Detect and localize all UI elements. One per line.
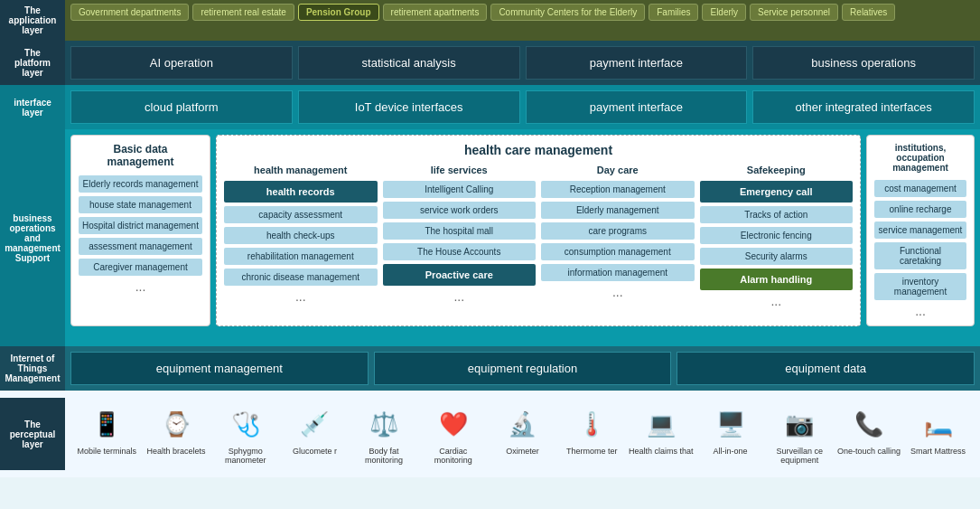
device-label: Thermome ter [566, 447, 618, 456]
app-tag[interactable]: Pension Group [298, 4, 379, 21]
business-layer-content: Basic data managementElderly records man… [65, 129, 980, 346]
health-section-title: Safekeeping [700, 165, 854, 175]
app-tag[interactable]: Families [649, 4, 698, 21]
interface-item[interactable]: cloud platform [70, 90, 293, 124]
platform-layer: The platform layer AI operationstatistic… [0, 41, 980, 85]
platform-items: AI operationstatistical analysispayment … [65, 41, 980, 85]
device-icon: 🌡️ [572, 401, 612, 447]
section-dots: ... [700, 294, 854, 308]
app-tag[interactable]: Community Centers for the Elderly [490, 4, 645, 21]
platform-item[interactable]: payment interface [526, 46, 748, 80]
health-section-item[interactable]: Elderly management [541, 202, 695, 219]
app-tag[interactable]: Service personnel [750, 4, 838, 21]
institution-item[interactable]: online recharge [874, 201, 966, 218]
application-layer-label: The application layer [0, 0, 65, 41]
perceptual-device: 🩺Sphygmo manometer [211, 401, 279, 467]
app-tag[interactable]: Relatives [842, 4, 895, 21]
perceptual-layer: The perceptual layer 📱Mobile terminals⌚H… [0, 391, 980, 477]
health-section-item[interactable]: Reception management [541, 181, 695, 198]
health-section-item[interactable]: Alarm handling [700, 269, 854, 290]
institution-item[interactable]: Functional caretaking [874, 242, 966, 269]
health-section-item[interactable]: Emergency call [700, 181, 854, 203]
health-section: SafekeepingEmergency callTracks of actio… [700, 165, 854, 308]
device-icon: 🔬 [502, 401, 543, 447]
basic-data-item[interactable]: Hospital district management [79, 217, 202, 234]
institution-item[interactable]: inventory management [874, 273, 966, 300]
interface-layer-label: interface layer [0, 85, 65, 129]
device-label: Sphygmo manometer [211, 447, 279, 465]
health-section: Day careReception managementElderly mana… [541, 165, 695, 308]
application-tags: Government departmentsretirement real es… [65, 0, 980, 24]
device-label: Glucomete r [293, 447, 337, 456]
platform-layer-content: AI operationstatistical analysispayment … [65, 41, 980, 85]
perceptual-device: ⌚Health bracelets [143, 401, 210, 467]
device-label: Surveillan ce equipment [766, 447, 834, 465]
application-layer: The application layer Government departm… [0, 0, 980, 41]
iot-item[interactable]: equipment management [70, 352, 369, 385]
health-section-item[interactable]: health records [224, 181, 378, 203]
perceptual-layer-label: The perceptual layer [0, 398, 65, 470]
platform-item[interactable]: business operations [752, 46, 975, 80]
health-section-item[interactable]: Security alarms [700, 248, 854, 265]
health-section-item[interactable]: Intelligent Calling [383, 181, 537, 198]
basic-data-item[interactable]: house state management [79, 196, 202, 213]
health-section-item[interactable]: The House Accounts [383, 243, 537, 260]
business-layer-label: business operations and management Suppo… [0, 129, 65, 346]
perceptual-device: 💻Health claims that [627, 401, 695, 467]
health-section-item[interactable]: Proactive care [383, 264, 537, 286]
basic-data-item[interactable]: Caregiver management [79, 259, 202, 276]
interface-item[interactable]: payment interface [526, 90, 748, 124]
app-tag[interactable]: retirement real estate [192, 4, 294, 21]
health-section-item[interactable]: chronic disease management [224, 269, 378, 286]
perceptual-device: 🛏️Smart Mattress [904, 401, 972, 467]
device-icon: 📞 [848, 401, 889, 447]
app-tag[interactable]: Elderly [702, 4, 746, 21]
section-dots: ... [224, 289, 378, 304]
platform-item[interactable]: AI operation [70, 46, 293, 80]
business-inner: Basic data managementElderly records man… [70, 135, 975, 326]
platform-item[interactable]: statistical analysis [298, 46, 520, 80]
institution-dots: ... [874, 304, 966, 318]
interface-item[interactable]: IoT device interfaces [298, 90, 520, 124]
health-section-item[interactable]: capacity assessment [224, 206, 378, 223]
device-icon: 💉 [294, 401, 335, 447]
institutions-box: institutions, occupation managementcost … [866, 135, 975, 326]
health-section-item[interactable]: care programs [541, 222, 695, 240]
iot-item[interactable]: equipment data [677, 352, 975, 385]
health-section-item[interactable]: Tracks of action [700, 206, 854, 223]
basic-data-item[interactable]: Elderly records management [79, 175, 202, 193]
interface-item[interactable]: other integrated interfaces [752, 90, 975, 124]
health-section-item[interactable]: The hospital mall [383, 222, 537, 240]
device-icon: ⌚ [156, 401, 197, 447]
device-label: Health bracelets [147, 447, 206, 456]
iot-item[interactable]: equipment regulation [374, 352, 672, 385]
institution-item[interactable]: service management [874, 222, 966, 239]
device-icon: 📱 [87, 401, 127, 447]
health-section-title: life services [383, 165, 537, 175]
health-section-item[interactable]: service work orders [383, 202, 537, 219]
basic-data-item[interactable]: assessment management [79, 238, 202, 255]
health-section: life servicesIntelligent Callingservice … [383, 165, 537, 308]
health-section-item[interactable]: Electronic fencing [700, 227, 854, 244]
health-section-item[interactable]: rehabilitation management [224, 248, 378, 265]
device-label: Health claims that [629, 447, 694, 456]
health-section-item[interactable]: consumption management [541, 243, 695, 260]
institution-item[interactable]: cost management [874, 180, 966, 197]
device-icon: 💻 [640, 401, 681, 447]
perceptual-items: 📱Mobile terminals⌚Health bracelets🩺Sphyg… [65, 398, 980, 470]
app-tag[interactable]: Government departments [70, 4, 189, 21]
interface-layer-content: cloud platformIoT device interfacespayme… [65, 85, 980, 129]
device-icon: ❤️ [433, 401, 473, 447]
iot-items: equipment managementequipment regulation… [65, 346, 980, 391]
health-section: health managementhealth recordscapacity … [224, 165, 378, 308]
device-label: One-touch calling [837, 447, 901, 456]
health-section-item[interactable]: health check-ups [224, 227, 378, 244]
perceptual-device: 🔬Oximeter [489, 401, 556, 467]
section-dots: ... [383, 289, 537, 304]
device-label: All-in-one [714, 447, 748, 456]
application-layer-content: Government departmentsretirement real es… [65, 0, 980, 41]
health-section-item[interactable]: information management [541, 264, 695, 281]
device-label: Oximeter [506, 447, 539, 456]
app-tag[interactable]: retirement apartments [383, 4, 488, 21]
perceptual-device: 🖥️All-in-one [696, 401, 764, 467]
